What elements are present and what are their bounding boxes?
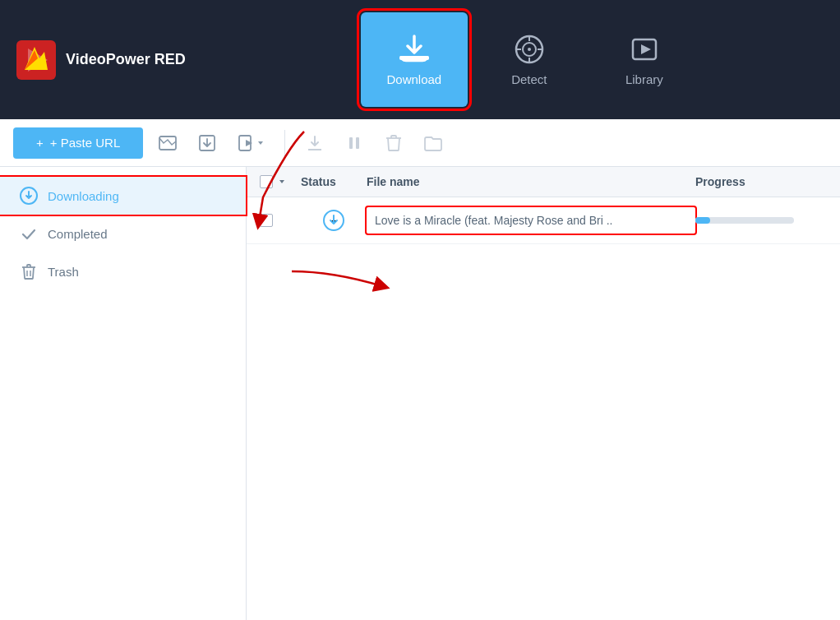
convert-button[interactable] [232, 130, 270, 156]
progress-bar-fill [695, 217, 710, 224]
row-filename: Love is a Miracle (feat. Majesty Rose an… [367, 207, 695, 234]
tab-library[interactable]: Library [591, 12, 698, 107]
app-title: VideoPower RED [66, 51, 186, 68]
tab-detect-label: Detect [511, 72, 547, 86]
dropdown-arrow-icon [256, 139, 265, 147]
tab-download-label: Download [387, 72, 442, 86]
svg-marker-23 [279, 180, 284, 183]
header-status: Status [301, 175, 367, 188]
select-all-checkbox[interactable] [260, 175, 273, 188]
downloading-icon [20, 187, 38, 205]
pause-icon [344, 133, 364, 153]
svg-point-5 [528, 48, 531, 51]
sidebar: Downloading Completed Trash [0, 167, 247, 620]
tab-download[interactable]: Download [361, 12, 468, 107]
trash-sidebar-icon [20, 262, 38, 280]
download-tab-icon [398, 33, 431, 66]
convert-icon [237, 133, 256, 153]
svg-marker-11 [641, 44, 651, 54]
completed-icon [20, 224, 38, 243]
add-download-button[interactable] [192, 130, 222, 156]
paste-url-button[interactable]: + + Paste URL [13, 127, 143, 159]
app-header: VideoPower RED Download Detect [0, 0, 840, 119]
sidebar-completed-label: Completed [48, 227, 108, 241]
folder-icon [423, 133, 443, 153]
sidebar-downloading-label: Downloading [48, 189, 119, 203]
row-checkbox[interactable] [260, 214, 273, 227]
nav-tabs: Download Detect Library [235, 12, 824, 107]
detect-tab-icon [513, 33, 546, 66]
svg-rect-19 [356, 137, 359, 149]
screenshot-icon [158, 133, 178, 153]
pause-button[interactable] [339, 130, 369, 156]
toolbar: + + Paste URL [0, 119, 840, 167]
row-download-status-icon [322, 209, 345, 232]
sidebar-item-downloading[interactable]: Downloading [0, 177, 246, 215]
download-action-icon [305, 133, 325, 153]
content-area: Downloading Completed Trash [0, 167, 840, 620]
delete-button[interactable] [379, 130, 408, 156]
main-panel: Status File name Progress Love is a Mira… [247, 167, 840, 620]
svg-marker-16 [258, 141, 263, 145]
add-download-icon [197, 133, 217, 153]
app-logo-icon [16, 40, 56, 80]
sidebar-item-completed[interactable]: Completed [0, 215, 246, 252]
logo-area: VideoPower RED [16, 40, 186, 80]
header-filename: File name [367, 175, 695, 188]
header-check-col [260, 175, 301, 188]
svg-rect-18 [349, 137, 353, 149]
screenshot-button[interactable] [153, 130, 182, 156]
tab-detect[interactable]: Detect [476, 12, 583, 107]
table-header: Status File name Progress [247, 167, 840, 197]
row-status [301, 209, 367, 232]
paste-url-plus: + [36, 136, 44, 150]
sidebar-trash-label: Trash [48, 265, 79, 279]
row-progress [695, 217, 827, 224]
header-dropdown-icon[interactable] [278, 178, 286, 186]
trash-icon [384, 133, 404, 153]
sidebar-item-trash[interactable]: Trash [0, 252, 246, 290]
paste-url-label: + Paste URL [50, 136, 120, 150]
open-folder-button[interactable] [418, 130, 448, 156]
tab-library-label: Library [625, 72, 663, 86]
library-tab-icon [628, 33, 661, 66]
row-check-col [260, 214, 301, 227]
toolbar-divider [284, 130, 285, 156]
table-row: Love is a Miracle (feat. Majesty Rose an… [247, 197, 840, 244]
download-action-button[interactable] [300, 130, 330, 156]
progress-bar-background [695, 217, 794, 224]
header-progress: Progress [695, 175, 827, 188]
